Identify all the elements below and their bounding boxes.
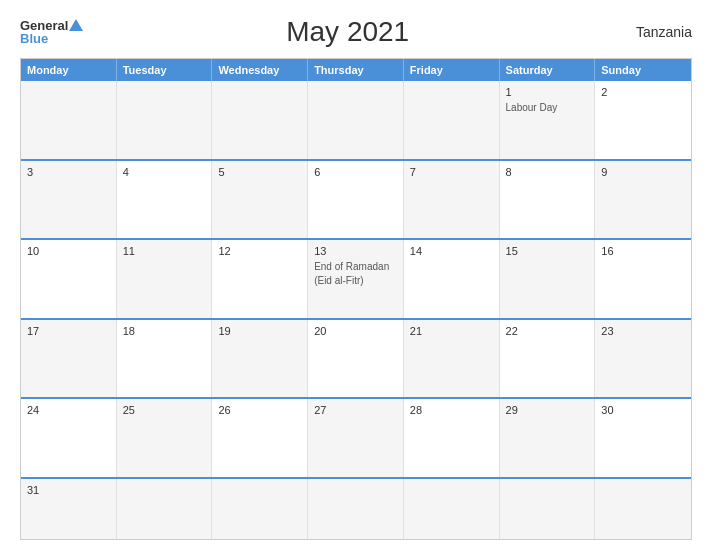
- header-wednesday: Wednesday: [212, 59, 308, 81]
- header: General Blue May 2021 Tanzania: [20, 16, 692, 48]
- cal-cell-r5-c5[interactable]: [500, 479, 596, 539]
- cal-cell-r1-c2[interactable]: 5: [212, 161, 308, 239]
- cal-cell-r3-c0[interactable]: 17: [21, 320, 117, 398]
- cal-cell-r3-c4[interactable]: 21: [404, 320, 500, 398]
- cal-cell-r0-c5[interactable]: 1Labour Day: [500, 81, 596, 159]
- day-number: 8: [506, 166, 589, 178]
- day-number: 5: [218, 166, 301, 178]
- month-title: May 2021: [83, 16, 612, 48]
- day-number: 10: [27, 245, 110, 257]
- cal-cell-r0-c0[interactable]: [21, 81, 117, 159]
- day-number: 9: [601, 166, 685, 178]
- day-number: 19: [218, 325, 301, 337]
- cal-cell-r4-c5[interactable]: 29: [500, 399, 596, 477]
- logo-blue-text: Blue: [20, 32, 48, 45]
- cal-cell-r4-c1[interactable]: 25: [117, 399, 213, 477]
- header-thursday: Thursday: [308, 59, 404, 81]
- cal-cell-r2-c6[interactable]: 16: [595, 240, 691, 318]
- day-number: 25: [123, 404, 206, 416]
- cal-cell-r0-c4[interactable]: [404, 81, 500, 159]
- calendar: Monday Tuesday Wednesday Thursday Friday…: [20, 58, 692, 540]
- cal-cell-r5-c2[interactable]: [212, 479, 308, 539]
- day-number: 13: [314, 245, 397, 257]
- day-number: 14: [410, 245, 493, 257]
- cal-cell-r2-c4[interactable]: 14: [404, 240, 500, 318]
- logo-triangle-icon: [69, 19, 83, 31]
- cal-cell-r4-c3[interactable]: 27: [308, 399, 404, 477]
- calendar-row-1: 3456789: [21, 159, 691, 239]
- day-number: 30: [601, 404, 685, 416]
- cal-cell-r1-c1[interactable]: 4: [117, 161, 213, 239]
- cal-cell-r5-c0[interactable]: 31: [21, 479, 117, 539]
- page: General Blue May 2021 Tanzania Monday Tu…: [0, 0, 712, 550]
- day-number: 20: [314, 325, 397, 337]
- country-label: Tanzania: [612, 24, 692, 40]
- day-number: 6: [314, 166, 397, 178]
- cal-cell-r5-c3[interactable]: [308, 479, 404, 539]
- cal-cell-r5-c6[interactable]: [595, 479, 691, 539]
- cal-cell-r0-c3[interactable]: [308, 81, 404, 159]
- header-saturday: Saturday: [500, 59, 596, 81]
- header-friday: Friday: [404, 59, 500, 81]
- calendar-row-3: 17181920212223: [21, 318, 691, 398]
- day-number: 3: [27, 166, 110, 178]
- day-number: 18: [123, 325, 206, 337]
- cal-cell-r1-c5[interactable]: 8: [500, 161, 596, 239]
- header-sunday: Sunday: [595, 59, 691, 81]
- cal-cell-r1-c3[interactable]: 6: [308, 161, 404, 239]
- day-number: 29: [506, 404, 589, 416]
- cal-cell-r1-c4[interactable]: 7: [404, 161, 500, 239]
- day-number: 2: [601, 86, 685, 98]
- header-monday: Monday: [21, 59, 117, 81]
- logo: General Blue: [20, 19, 83, 45]
- cal-cell-r0-c6[interactable]: 2: [595, 81, 691, 159]
- day-number: 16: [601, 245, 685, 257]
- cal-cell-r2-c2[interactable]: 12: [212, 240, 308, 318]
- calendar-row-0: 1Labour Day2: [21, 81, 691, 159]
- calendar-body: 1Labour Day2345678910111213End of Ramada…: [21, 81, 691, 539]
- cal-cell-r2-c3[interactable]: 13End of Ramadan (Eid al-Fitr): [308, 240, 404, 318]
- cal-cell-r2-c0[interactable]: 10: [21, 240, 117, 318]
- day-number: 17: [27, 325, 110, 337]
- cal-cell-r2-c1[interactable]: 11: [117, 240, 213, 318]
- cal-cell-r0-c2[interactable]: [212, 81, 308, 159]
- calendar-row-4: 24252627282930: [21, 397, 691, 477]
- calendar-header: Monday Tuesday Wednesday Thursday Friday…: [21, 59, 691, 81]
- day-number: 27: [314, 404, 397, 416]
- cal-cell-r3-c1[interactable]: 18: [117, 320, 213, 398]
- day-number: 23: [601, 325, 685, 337]
- cal-cell-r4-c0[interactable]: 24: [21, 399, 117, 477]
- cal-cell-r3-c5[interactable]: 22: [500, 320, 596, 398]
- day-number: 15: [506, 245, 589, 257]
- event-label: End of Ramadan (Eid al-Fitr): [314, 261, 389, 286]
- header-tuesday: Tuesday: [117, 59, 213, 81]
- event-label: Labour Day: [506, 102, 558, 113]
- calendar-row-5: 31: [21, 477, 691, 539]
- cal-cell-r4-c2[interactable]: 26: [212, 399, 308, 477]
- day-number: 26: [218, 404, 301, 416]
- cal-cell-r4-c6[interactable]: 30: [595, 399, 691, 477]
- day-number: 24: [27, 404, 110, 416]
- cal-cell-r1-c6[interactable]: 9: [595, 161, 691, 239]
- day-number: 11: [123, 245, 206, 257]
- day-number: 28: [410, 404, 493, 416]
- cal-cell-r4-c4[interactable]: 28: [404, 399, 500, 477]
- day-number: 22: [506, 325, 589, 337]
- day-number: 21: [410, 325, 493, 337]
- calendar-row-2: 10111213End of Ramadan (Eid al-Fitr)1415…: [21, 238, 691, 318]
- day-number: 4: [123, 166, 206, 178]
- cal-cell-r2-c5[interactable]: 15: [500, 240, 596, 318]
- day-number: 1: [506, 86, 589, 98]
- cal-cell-r5-c1[interactable]: [117, 479, 213, 539]
- day-number: 12: [218, 245, 301, 257]
- cal-cell-r0-c1[interactable]: [117, 81, 213, 159]
- cal-cell-r5-c4[interactable]: [404, 479, 500, 539]
- cal-cell-r3-c3[interactable]: 20: [308, 320, 404, 398]
- cal-cell-r3-c2[interactable]: 19: [212, 320, 308, 398]
- cal-cell-r3-c6[interactable]: 23: [595, 320, 691, 398]
- day-number: 7: [410, 166, 493, 178]
- day-number: 31: [27, 484, 110, 496]
- cal-cell-r1-c0[interactable]: 3: [21, 161, 117, 239]
